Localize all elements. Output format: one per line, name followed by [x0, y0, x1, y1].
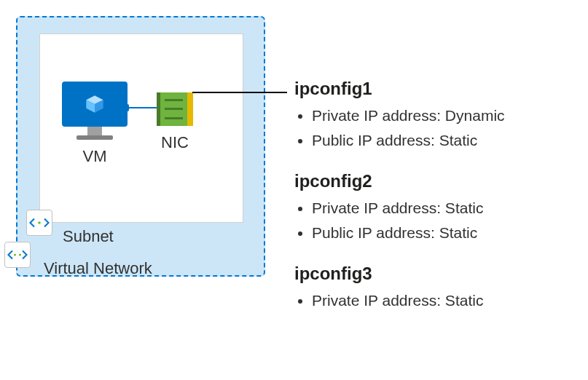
ipconfig2-item: Private IP address: Static	[312, 196, 579, 221]
subnet-box: VM NIC	[39, 33, 243, 223]
virtual-network-icon	[4, 242, 31, 268]
ipconfig3-item: Private IP address: Static	[312, 288, 579, 313]
vm-base	[77, 135, 113, 140]
vm-stand	[87, 127, 102, 135]
cube-icon	[85, 94, 105, 114]
ipconfig3-block: ipconfig3 Private IP address: Static	[294, 264, 579, 313]
subnet-label: Subnet	[63, 227, 114, 246]
vm-group: VM	[62, 82, 128, 166]
svg-point-5	[19, 253, 21, 256]
vnet-glyph-icon	[7, 248, 28, 261]
ipconfig1-item: Private IP address: Dynamic	[312, 103, 579, 128]
vnet-glyph-icon	[29, 216, 50, 229]
virtual-network-label: Virtual Network	[44, 259, 152, 278]
subnet-icon	[26, 210, 52, 236]
vm-label: VM	[62, 147, 128, 166]
svg-point-3	[38, 221, 41, 224]
vm-nic-wire	[128, 107, 158, 108]
nic-group: NIC	[157, 92, 193, 152]
nic-icon	[157, 92, 193, 126]
nic-label: NIC	[157, 133, 193, 152]
ipconfig1-block: ipconfig1 Private IP address: Dynamic Pu…	[294, 79, 579, 152]
svg-point-4	[14, 253, 16, 256]
ipconfig-details: ipconfig1 Private IP address: Dynamic Pu…	[294, 79, 579, 332]
ipconfig1-title: ipconfig1	[294, 79, 579, 99]
ipconfig2-item: Public IP address: Static	[312, 221, 579, 245]
pointer-line	[192, 92, 287, 93]
ipconfig1-item: Public IP address: Static	[312, 128, 579, 153]
ipconfig2-title: ipconfig2	[294, 171, 579, 191]
vm-icon	[62, 82, 128, 127]
ipconfig3-title: ipconfig3	[294, 264, 579, 284]
virtual-network-box: VM NIC Subnet Virtual Network	[16, 16, 265, 277]
ipconfig2-block: ipconfig2 Private IP address: Static Pub…	[294, 171, 579, 245]
